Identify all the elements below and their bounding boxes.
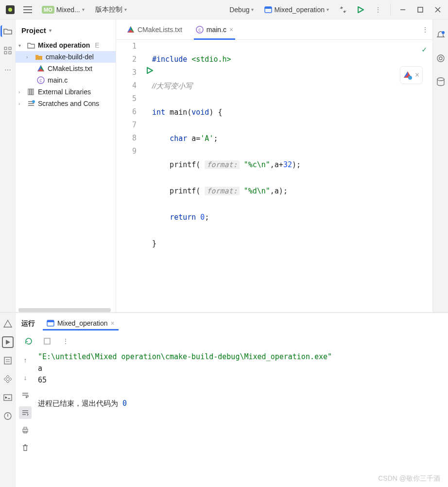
tab-label: main.c — [207, 26, 226, 34]
tree-scratches[interactable]: › Scratches and Cons — [16, 98, 116, 109]
soft-wrap-icon[interactable] — [19, 389, 32, 401]
terminal-icon[interactable] — [2, 392, 14, 403]
project-tree: ▾ Mixed operation E › cmake-build-del CM… — [16, 39, 116, 308]
ai-icon[interactable] — [403, 71, 412, 80]
tree-external-libs[interactable]: › External Libraries — [16, 86, 116, 98]
tree-label: main.c — [48, 76, 68, 84]
chevron-right-icon: › — [26, 54, 32, 60]
notifications-icon[interactable] — [435, 29, 447, 41]
sidebar-header[interactable]: Project ▾ — [16, 19, 116, 39]
rerun-button[interactable] — [22, 335, 35, 348]
tree-label: Mixed operation — [38, 41, 90, 49]
editor-tabs: CMakeLists.txt c main.c × ⋮ — [116, 19, 432, 40]
console-output[interactable]: "E:\untitled\Mixed operation\cmake-build… — [35, 351, 448, 487]
console-exit: 进程已结束，退出代码为 0 — [38, 398, 448, 409]
more-icon[interactable]: ⋮ — [59, 335, 72, 348]
more-tool-icon[interactable]: ⋯ — [2, 64, 14, 76]
warning-icon[interactable] — [2, 318, 14, 330]
watermark: CSDN @敬你三千酒 — [378, 474, 440, 483]
svg-rect-6 — [9, 47, 11, 50]
build-config-selector[interactable]: Debug ▾ — [225, 4, 258, 15]
database-icon[interactable] — [435, 76, 447, 87]
close-icon[interactable]: × — [415, 69, 419, 82]
project-selector[interactable]: MO Mixed... ▾ — [38, 4, 88, 15]
window-icon — [264, 6, 272, 13]
project-tool-icon[interactable] — [0, 25, 14, 37]
tree-label: External Libraries — [38, 88, 91, 96]
chevron-down-icon: ▾ — [327, 7, 329, 12]
trash-icon[interactable] — [19, 441, 32, 454]
cfile-icon: c — [196, 26, 204, 34]
inspection-ok-icon[interactable]: ✓ — [422, 43, 427, 56]
tree-main-c[interactable]: c main.c — [16, 74, 116, 86]
services-icon[interactable] — [2, 373, 14, 385]
problems-icon[interactable] — [2, 410, 14, 422]
tree-cmakelists[interactable]: CMakeLists.txt — [16, 63, 116, 74]
chevron-down-icon: ▾ — [251, 7, 254, 12]
run-title: 运行 — [21, 319, 35, 328]
sidebar-scrollbar[interactable] — [18, 308, 111, 312]
print-icon[interactable] — [19, 424, 32, 436]
close-tab-icon[interactable]: × — [229, 26, 233, 34]
tree-label: cmake-build-del — [46, 53, 94, 61]
run-target-selector[interactable]: Mixed_operation ▾ — [260, 4, 333, 15]
svg-rect-8 — [9, 52, 11, 54]
project-badge: MO — [42, 6, 54, 14]
svg-text:c: c — [40, 78, 42, 83]
run-target-label: Mixed_operation — [274, 6, 325, 14]
svg-rect-3 — [265, 7, 272, 9]
svg-rect-18 — [4, 395, 12, 400]
code-content[interactable]: #include <stdio.h> //大写变小写 int main(void… — [141, 40, 432, 312]
minimize-button[interactable] — [396, 2, 410, 17]
tab-options-icon[interactable]: ⋮ — [418, 22, 432, 37]
chevron-right-icon: › — [18, 89, 24, 95]
window-icon — [47, 320, 54, 327]
floating-toolbar: × — [400, 66, 423, 84]
svg-point-15 — [439, 57, 442, 60]
project-sidebar: Project ▾ ▾ Mixed operation E › cmake-bu… — [16, 19, 116, 312]
vcs-label: 版本控制 — [95, 5, 122, 14]
folder-icon — [27, 42, 35, 49]
svg-rect-22 — [44, 338, 50, 344]
build-button[interactable] — [336, 2, 350, 17]
chevron-down-icon: ▾ — [124, 7, 127, 12]
close-icon[interactable]: × — [111, 319, 115, 327]
code-editor[interactable]: 123 456 789 #include <stdio.h> //大写变小写 i… — [116, 40, 432, 312]
run-tab-label: Mixed_operation — [57, 319, 108, 327]
ai-assistant-icon[interactable] — [435, 52, 447, 64]
tree-cmake-build[interactable]: › cmake-build-del — [16, 51, 116, 63]
structure-tool-icon[interactable] — [2, 45, 14, 56]
run-tab[interactable]: Mixed_operation × — [43, 317, 119, 330]
run-panel-tabs: 运行 Mixed_operation × — [16, 313, 448, 331]
tree-root-project[interactable]: ▾ Mixed operation E — [16, 39, 116, 51]
app-icon[interactable] — [3, 2, 17, 17]
chevron-down-icon: ▾ — [49, 28, 52, 33]
stop-button[interactable] — [41, 335, 53, 348]
svg-rect-21 — [47, 320, 54, 322]
bottom-panel: 运行 Mixed_operation × ⋮ ↑ ↓ "E:\untitled\… — [0, 312, 448, 487]
todo-icon[interactable] — [2, 355, 14, 366]
bottom-left-rail — [0, 313, 16, 487]
scroll-to-end-icon[interactable] — [19, 406, 32, 419]
tab-cmakelists[interactable]: CMakeLists.txt — [121, 19, 188, 39]
run-button[interactable] — [353, 2, 368, 17]
run-tool-icon[interactable] — [2, 336, 14, 348]
chevron-down-icon: ▾ — [82, 7, 85, 12]
scroll-down-icon[interactable]: ↓ — [19, 371, 32, 384]
console-path: "E:\untitled\Mixed operation\cmake-build… — [38, 351, 448, 363]
cfile-icon: c — [37, 76, 45, 84]
run-panel: 运行 Mixed_operation × ⋮ ↑ ↓ "E:\untitled\… — [16, 313, 448, 487]
hamburger-icon[interactable] — [20, 2, 35, 17]
scroll-up-icon[interactable]: ↑ — [19, 354, 32, 366]
console-line: 65 — [38, 374, 448, 386]
maximize-button[interactable] — [413, 2, 428, 17]
svg-point-14 — [437, 55, 444, 62]
topbar: MO Mixed... ▾ 版本控制 ▾ Debug ▾ Mixed_opera… — [0, 0, 448, 19]
tab-label: CMakeLists.txt — [138, 26, 182, 34]
folder-icon — [35, 53, 43, 60]
tab-main-c[interactable]: c main.c × — [190, 19, 239, 39]
more-run-icon[interactable]: ⋮ — [371, 2, 385, 17]
vcs-selector[interactable]: 版本控制 ▾ — [91, 4, 131, 16]
svg-point-16 — [437, 78, 444, 81]
close-button[interactable] — [431, 2, 445, 17]
